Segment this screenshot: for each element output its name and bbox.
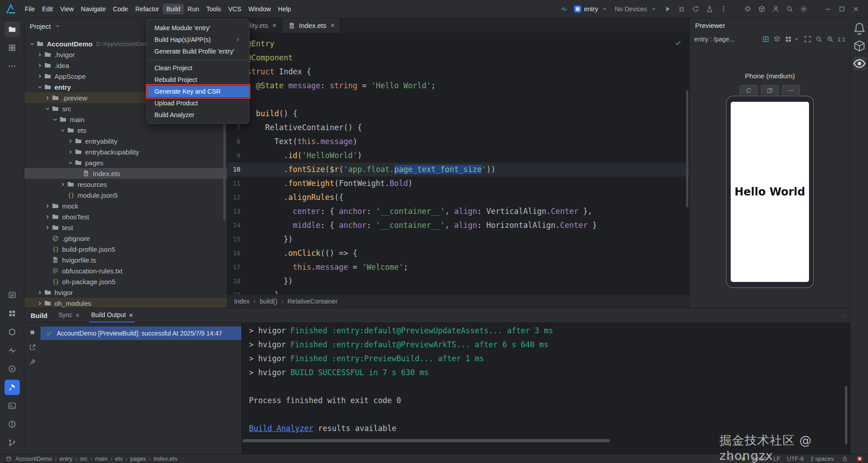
- chevron-right-icon[interactable]: [36, 300, 44, 306]
- tree-item-resources[interactable]: resources: [24, 179, 227, 190]
- pin-icon[interactable]: [28, 358, 36, 366]
- build-menu-item-generate-key-and-csr[interactable]: Generate Key and CSR: [147, 86, 249, 97]
- activity-version-control-icon[interactable]: [5, 435, 20, 450]
- menu-edit[interactable]: Edit: [39, 4, 57, 14]
- zoom-in-icon[interactable]: [826, 35, 834, 43]
- settings-icon[interactable]: [800, 5, 808, 13]
- status-crumb-pages[interactable]: pages: [130, 455, 146, 462]
- tree-item-entryability[interactable]: entryability: [24, 136, 227, 146]
- tree-item-oh-modules[interactable]: oh_modules: [24, 298, 227, 308]
- code-line-16[interactable]: 16 .onClick(() => {: [227, 246, 689, 260]
- plugins-icon[interactable]: [744, 5, 752, 13]
- component-inspect-icon[interactable]: [762, 35, 770, 43]
- close-tab-icon[interactable]: ×: [330, 22, 335, 29]
- chevron-right-icon[interactable]: [43, 203, 51, 209]
- status-crumb-entry[interactable]: entry: [59, 455, 72, 462]
- chevron-down-icon[interactable]: [51, 117, 59, 123]
- code-line-4[interactable]: 4 @State message: string = 'Hello World'…: [227, 79, 689, 93]
- status-crumb-index-ets[interactable]: Index.ets: [154, 455, 177, 462]
- status-crumb-accountdemo[interactable]: AccountDemo: [15, 455, 52, 462]
- tree-item-gitignore[interactable]: .gitignore: [24, 233, 227, 244]
- view-mode-dropdown[interactable]: [784, 35, 800, 43]
- code-line-6[interactable]: 6 build() {: [227, 107, 689, 121]
- menu-navigate[interactable]: Navigate: [77, 4, 109, 14]
- chevron-right-icon[interactable]: [36, 52, 44, 58]
- code-line-17[interactable]: 17 this.message = 'Welcome';: [227, 260, 689, 274]
- run-button[interactable]: [664, 5, 672, 13]
- tab-options-icon[interactable]: [684, 22, 689, 30]
- chevron-right-icon[interactable]: [36, 290, 44, 295]
- chevron-right-icon[interactable]: [36, 63, 44, 68]
- build-menu-item-generate-build-profile-entry[interactable]: Generate Build Profile 'entry': [147, 45, 249, 57]
- debug-button[interactable]: [678, 5, 686, 13]
- activity-build-variants-icon[interactable]: [5, 306, 20, 321]
- activity-structure-icon[interactable]: [5, 40, 20, 55]
- device-selector[interactable]: No Devices: [615, 5, 658, 13]
- chevron-right-icon[interactable]: [43, 95, 51, 101]
- build-menu-item-build-analyzer[interactable]: Build Analyzer: [147, 109, 249, 121]
- stop-icon[interactable]: [28, 328, 36, 336]
- tree-item-module-json5[interactable]: {}module.json5: [24, 190, 227, 200]
- chevron-right-icon[interactable]: [43, 225, 51, 231]
- editor-scrollbar[interactable]: [686, 90, 688, 207]
- build-menu-item-make-module-entry[interactable]: Make Module 'entry': [147, 22, 249, 34]
- previewer-toggle-icon[interactable]: [853, 57, 866, 70]
- build-menu-item-rebuild-project[interactable]: Rebuild Project: [147, 74, 249, 86]
- tree-item-index-ets[interactable]: Index.ets: [24, 168, 227, 179]
- tree-item-entrybackupability[interactable]: entrybackupability: [24, 146, 227, 157]
- code-line-3[interactable]: 3struct Index {: [227, 65, 689, 79]
- close-tab-icon[interactable]: ×: [76, 312, 80, 318]
- menu-help[interactable]: Help: [275, 4, 295, 14]
- code-line-19[interactable]: 19 }: [227, 288, 689, 294]
- chevron-down-icon[interactable]: [28, 41, 36, 47]
- code-line-12[interactable]: 12 .alignRules({: [227, 191, 689, 204]
- layers-icon[interactable]: [773, 35, 781, 43]
- code-line-2[interactable]: 2@Component: [227, 51, 689, 65]
- tree-item-pages[interactable]: pages: [24, 157, 227, 168]
- menu-file[interactable]: File: [21, 4, 39, 14]
- build-menu-item-upload-product[interactable]: Upload Product: [147, 97, 249, 109]
- status-crumb-src[interactable]: src: [80, 455, 87, 462]
- menu-tools[interactable]: Tools: [203, 4, 225, 14]
- code-line-10[interactable]: 10 .fontSize($r('app.float.page_text_fon…: [227, 163, 689, 177]
- tree-item-oh-package-json5[interactable]: {}oh-package.json5: [24, 276, 227, 287]
- multi-window-button[interactable]: [761, 85, 779, 95]
- code-line-13[interactable]: 13 center: { anchor: '__container__', al…: [227, 204, 689, 218]
- tree-item-obfuscation-rules-txt[interactable]: obfuscation-rules.txt: [24, 265, 227, 276]
- menu-view[interactable]: View: [57, 4, 77, 14]
- soft-wrap-icon[interactable]: [842, 311, 850, 319]
- menu-window[interactable]: Window: [245, 4, 275, 14]
- run-config-selector[interactable]: entry: [574, 5, 609, 13]
- breadcrumb-build[interactable]: build(): [260, 298, 277, 305]
- activity-more-tool-windows-icon[interactable]: [5, 59, 20, 74]
- profiler-icon[interactable]: [560, 5, 568, 13]
- code-line-8[interactable]: 8 Text(this.message): [227, 135, 689, 149]
- console-hscrollbar[interactable]: [243, 439, 610, 442]
- preview-more-button[interactable]: [782, 85, 800, 95]
- rotate-device-button[interactable]: [740, 85, 758, 95]
- chevron-right-icon[interactable]: [66, 149, 74, 155]
- zoom-out-icon[interactable]: [815, 35, 823, 43]
- tree-item-hvigor[interactable]: hvigor: [24, 287, 227, 298]
- build-menu-item-clean-project[interactable]: Clean Project: [147, 62, 249, 74]
- preview-target-selector[interactable]: entry : /page...: [694, 36, 735, 43]
- activity-run-icon[interactable]: [5, 361, 20, 377]
- chevron-right-icon[interactable]: [66, 138, 74, 144]
- menu-run[interactable]: Run: [184, 4, 203, 14]
- sync-button[interactable]: [692, 5, 700, 13]
- project-scrollbar[interactable]: [223, 108, 226, 221]
- tree-item-build-profile-json5[interactable]: {}build-profile.json5: [24, 244, 227, 254]
- chevron-right-icon[interactable]: [36, 73, 44, 79]
- tree-item-test[interactable]: test: [24, 222, 227, 233]
- activity-terminal-icon[interactable]: [5, 398, 20, 413]
- close-window-button[interactable]: [852, 5, 860, 13]
- phone-preview-screen[interactable]: Hello World: [731, 102, 809, 282]
- build-analyzer-link[interactable]: Build Analyzer: [249, 424, 313, 433]
- breadcrumb-index[interactable]: Index: [234, 298, 249, 305]
- export-icon[interactable]: [28, 343, 36, 351]
- activity-services-icon[interactable]: [5, 324, 20, 340]
- chevron-right-icon[interactable]: [59, 182, 67, 187]
- tree-item-ohostest[interactable]: ohosTest: [24, 211, 227, 222]
- code-line-9[interactable]: 9 .id('HelloWorld'): [227, 149, 689, 163]
- notifications-icon[interactable]: [853, 22, 866, 35]
